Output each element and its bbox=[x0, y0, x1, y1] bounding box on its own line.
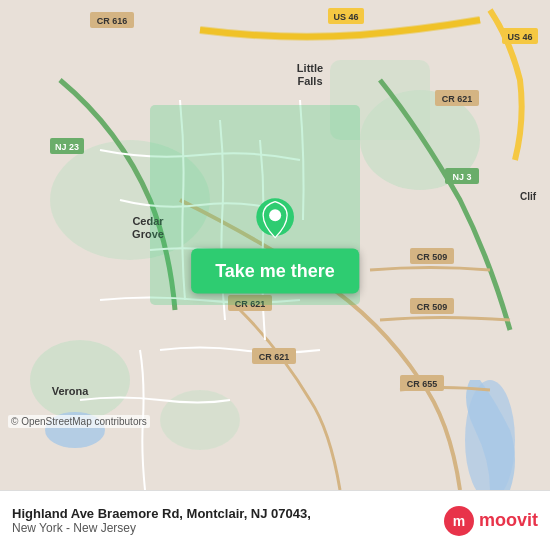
svg-text:CR 655: CR 655 bbox=[407, 379, 438, 389]
moovit-icon: m bbox=[443, 505, 475, 537]
svg-text:CR 616: CR 616 bbox=[97, 16, 128, 26]
route-line: New York - New Jersey bbox=[12, 521, 311, 535]
button-overlay: Take me there bbox=[191, 197, 359, 294]
location-pin-icon bbox=[251, 197, 299, 245]
svg-text:CR 621: CR 621 bbox=[259, 352, 290, 362]
moovit-text: moovit bbox=[479, 510, 538, 531]
take-me-there-button[interactable]: Take me there bbox=[191, 249, 359, 294]
svg-text:CR 621: CR 621 bbox=[442, 94, 473, 104]
svg-text:US 46: US 46 bbox=[507, 32, 532, 42]
svg-point-3 bbox=[30, 340, 130, 420]
svg-text:CR 509: CR 509 bbox=[417, 302, 448, 312]
osm-attribution: © OpenStreetMap contributors bbox=[8, 415, 150, 428]
svg-text:Verona: Verona bbox=[52, 385, 90, 397]
bottom-bar: Highland Ave Braemore Rd, Montclair, NJ … bbox=[0, 490, 550, 550]
svg-text:US 46: US 46 bbox=[333, 12, 358, 22]
address-block: Highland Ave Braemore Rd, Montclair, NJ … bbox=[12, 506, 311, 535]
svg-text:NJ 3: NJ 3 bbox=[452, 172, 471, 182]
svg-point-4 bbox=[160, 390, 240, 450]
svg-text:CR 509: CR 509 bbox=[417, 252, 448, 262]
svg-text:Clif: Clif bbox=[520, 191, 537, 202]
address-line: Highland Ave Braemore Rd, Montclair, NJ … bbox=[12, 506, 311, 521]
svg-text:Falls: Falls bbox=[297, 75, 322, 87]
map-container: CR 616 US 46 US 46 NJ 23 CR 621 NJ 3 CR … bbox=[0, 0, 550, 490]
svg-text:m: m bbox=[453, 513, 465, 529]
moovit-logo[interactable]: m moovit bbox=[443, 505, 538, 537]
svg-text:Little: Little bbox=[297, 62, 323, 74]
svg-point-39 bbox=[269, 209, 281, 221]
svg-text:NJ 23: NJ 23 bbox=[55, 142, 79, 152]
